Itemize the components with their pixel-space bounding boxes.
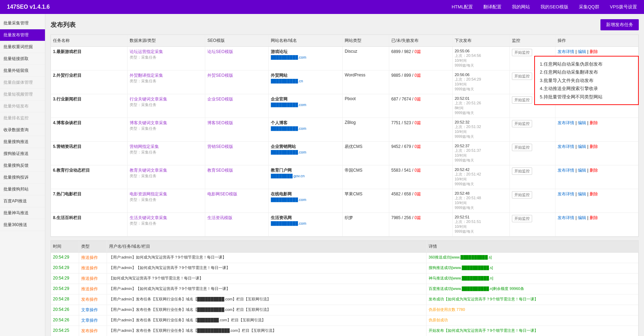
new-task-button[interactable]: 新增发布任务 (600, 19, 639, 30)
page-title: 发布列表 (51, 21, 76, 29)
log-table: 时间 类型 用户名/任务/域名/栏目 详情 20:54:29 推送操作 【用户:… (51, 241, 638, 336)
seo-template-link[interactable]: 博客SEO模版 (207, 120, 233, 125)
site-domain-link[interactable]: ██████████.com (271, 103, 306, 107)
seo-template-cell: 教育SEO模版 (205, 165, 269, 189)
sidebar-item-keyword[interactable]: 批量权重词挖掘 (0, 41, 45, 53)
sidebar-item-sogou-verify[interactable]: 搜狗验证推送 (0, 148, 45, 160)
sidebar-item-360-push[interactable]: 批量360推送 (0, 219, 45, 231)
nav-qq-group[interactable]: 采集QQ群 (579, 4, 599, 10)
table-row: 4.博客杂谈栏目 博客关键词文章采集 类型：采集任务 博客SEO模版 个人博客 … (51, 118, 638, 142)
delete-link[interactable]: 删除 (590, 49, 598, 54)
site-domain-link[interactable]: ██████████.com (271, 126, 306, 130)
main-content: 发布列表 新增发布任务 任务名称 数据来源/类型 SEO模版 网站名称/域名 网… (45, 14, 644, 336)
nav-my-site[interactable]: 我的网站 (512, 4, 530, 10)
sidebar-item-sogou-push[interactable]: 批量搜狗推送 (0, 136, 45, 148)
source-link[interactable]: 论坛运营指定采集 (130, 49, 203, 55)
sidebar-item-shenma-push[interactable]: 批量神马推送 (0, 207, 45, 219)
site-domain-link[interactable]: ████████.gov.cn (271, 174, 305, 178)
seo-template-link[interactable]: 电影网SEO模版 (207, 192, 237, 196)
site-domain-link[interactable]: ██████████.com (271, 197, 306, 202)
site-type-cell: 苹果CMS (343, 189, 389, 213)
edit-link[interactable]: 编辑 (578, 144, 586, 149)
source-link[interactable]: 行业关键词文章采集 (130, 96, 203, 102)
table-row: 6.教育行业动态栏目 教育关键词文章采集 类型：采集任务 教育SEO模版 教育门… (51, 165, 638, 189)
seo-template-link[interactable]: 论坛SEO模版 (207, 49, 233, 54)
monitor-button[interactable]: 开始监控 (512, 73, 532, 80)
sidebar-item-collect[interactable]: 批量采集管理 (0, 17, 45, 29)
monitor-button[interactable]: 开始监控 (512, 191, 532, 199)
delete-link[interactable]: 删除 (590, 168, 598, 173)
edit-link[interactable]: 编辑 (578, 192, 586, 196)
monitor-button[interactable]: 开始监控 (512, 167, 532, 175)
logo: 147SEO v1.4.1.6 (7, 4, 50, 10)
detail-link[interactable]: 发布详情 (558, 120, 574, 125)
edit-link[interactable]: 编辑 (578, 120, 586, 125)
edit-link[interactable]: 编辑 (578, 49, 586, 54)
source-link[interactable]: 生活关键词文章采集 (130, 215, 203, 221)
sidebar-item-link-grab[interactable]: 批量链接抓取 (0, 53, 45, 65)
sidebar-item-baidu-api[interactable]: 百度API推送 (0, 195, 45, 207)
monitor-button[interactable]: 开始监控 (512, 144, 532, 151)
detail-link[interactable]: 发布详情 (558, 144, 574, 149)
site-domain-link[interactable]: ██████████.cn (271, 79, 303, 83)
delete-link[interactable]: 删除 (590, 120, 598, 125)
log-detail-right: 发布成功【如何成为淘宝运营高手？9个细节需注意！每日一课】 (426, 294, 638, 305)
source-link[interactable]: 博客关键词文章采集 (130, 120, 203, 126)
source-cell: 行业关键词文章采集 类型：采集任务 (127, 94, 205, 118)
col-publish-count: 已/未/失败发布 (389, 35, 452, 47)
seo-template-link[interactable]: 外贸SEO模版 (207, 73, 233, 78)
nav-translate-config[interactable]: 翻译配置 (483, 4, 501, 10)
seo-template-link[interactable]: 教育SEO模版 (207, 168, 233, 173)
site-domain-link[interactable]: ██████████.com (271, 150, 306, 154)
annotation-line-3: 3.批量导入文件夹自动发布 (540, 76, 633, 84)
nav-seo-template[interactable]: 我的SEO模版 (540, 4, 568, 10)
next-publish-cell: 20:52:42 上次：20:51:42 10/时间 9999篇/每天 (452, 165, 509, 189)
delete-link[interactable]: 删除 (590, 144, 598, 149)
monitor-button[interactable]: 开始监控 (512, 215, 532, 222)
sidebar-item-rank-monitor: 批量排名监控 (0, 112, 45, 124)
log-detail-right: 伪原创成功 (426, 315, 638, 326)
publish-count-cell: 6899 / 982 / 0篇 (389, 47, 452, 70)
monitor-button[interactable]: 开始监控 (512, 96, 532, 104)
action-cell: 发布详情 | 编辑 | 删除 (555, 213, 638, 237)
delete-link[interactable]: 删除 (590, 215, 598, 220)
detail-link[interactable]: 发布详情 (558, 215, 574, 220)
source-link[interactable]: 教育关键词文章采集 (130, 167, 203, 173)
edit-link[interactable]: 编辑 (578, 168, 586, 173)
log-col-detail-left: 用户名/任务/域名/栏目 (107, 241, 426, 253)
sidebar-item-sogou-complaint[interactable]: 批量搜狗投诉 (0, 172, 45, 184)
detail-link[interactable]: 发布详情 (558, 49, 574, 54)
monitor-button[interactable]: 开始监控 (512, 120, 532, 127)
seo-template-link[interactable]: 企业SEO模版 (207, 97, 233, 102)
sidebar-item-index-query[interactable]: 收录数据查询 (0, 124, 45, 136)
site-type-cell: Pboot (343, 94, 389, 118)
detail-link[interactable]: 发布详情 (558, 168, 574, 173)
seo-template-link[interactable]: 生活资讯模版 (207, 215, 232, 220)
detail-link[interactable]: 发布详情 (558, 192, 574, 196)
sidebar-item-sogou-block[interactable]: 批量搜狗邦站 (0, 184, 45, 195)
sidebar-item-external-link[interactable]: 批量外链留痕 (0, 65, 45, 77)
site-domain-link[interactable]: ██████████.com (271, 221, 306, 225)
col-actions: 操作 (555, 35, 638, 47)
monitor-cell: 开始监控 (509, 189, 555, 213)
sidebar-item-sogou-feedback[interactable]: 批量搜狗反馈 (0, 160, 45, 172)
sidebar-item-publish[interactable]: 批量发布管理 (0, 29, 45, 41)
source-link[interactable]: 外贸翻译指定采集 (130, 73, 203, 79)
edit-link[interactable]: 编辑 (578, 215, 586, 220)
sidebar-item-media: 批量自媒体管理 (0, 77, 45, 89)
monitor-button[interactable]: 开始监控 (512, 49, 532, 56)
monitor-cell: 开始监控 (509, 118, 555, 142)
site-cell: 生活资讯网 ██████████.com (269, 213, 343, 237)
source-link[interactable]: 电影资源网指定采集 (130, 191, 203, 197)
log-detail-left: 【用户:admin】发布任务【互联网行业任务】域名【████████████.c… (107, 326, 426, 336)
seo-template-cell: 外贸SEO模版 (205, 70, 269, 94)
log-detail-right: 百度推送成功[www.██████████.n]剩余额度 99960条 (426, 284, 638, 294)
delete-link[interactable]: 删除 (590, 192, 598, 196)
site-domain-link[interactable]: ██████████.com (271, 55, 306, 59)
nav-vps-setting[interactable]: VPS拨号设置 (610, 4, 637, 10)
seo-template-link[interactable]: 营销SEO模版 (207, 144, 233, 149)
source-link[interactable]: 营销网指定采集 (130, 144, 203, 150)
source-cell: 营销网指定采集 类型：采集任务 (127, 142, 205, 165)
nav-html-config[interactable]: HTML配置 (452, 4, 473, 10)
source-cell: 论坛运营指定采集 类型：采集任务 (127, 47, 205, 70)
